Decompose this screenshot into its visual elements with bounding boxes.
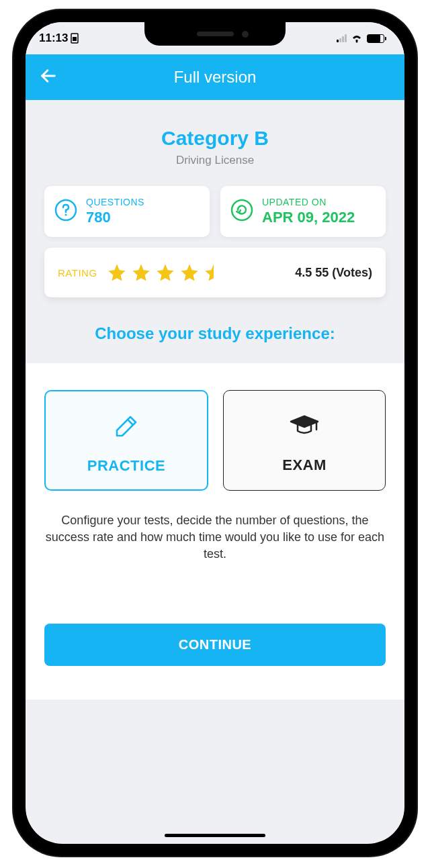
stats-row: QUESTIONS 780 UPDATED ON APR 09, 2022 (44, 186, 386, 237)
pencil-icon (110, 410, 142, 445)
svg-point-2 (356, 40, 358, 42)
star-half-icon (204, 262, 224, 283)
practice-mode-card[interactable]: PRACTICE (44, 390, 208, 491)
category-subtitle: Driving License (44, 154, 386, 167)
svg-line-8 (128, 420, 133, 425)
sim-icon (71, 33, 79, 44)
questions-value: 780 (86, 209, 144, 226)
battery-icon (367, 34, 384, 43)
time-text: 11:13 (39, 32, 68, 45)
practice-label: PRACTICE (87, 457, 165, 475)
rating-stars (107, 262, 224, 283)
mode-description: Configure your tests, decide the number … (44, 512, 386, 563)
screen: 11:13 Full version Category B Driving Li… (26, 22, 404, 844)
rating-card: RATING 4.5 55 (Votes) (44, 248, 386, 297)
mode-row: PRACTICE EXAM (44, 390, 386, 491)
star-icon (107, 262, 127, 283)
back-arrow-icon[interactable] (39, 66, 58, 88)
home-indicator[interactable] (165, 834, 265, 837)
app-header: Full version (26, 54, 404, 100)
refresh-icon (230, 198, 254, 225)
exam-label: EXAM (282, 456, 327, 474)
svg-rect-1 (73, 37, 77, 41)
star-icon (131, 262, 151, 283)
cellular-signal-icon (337, 34, 347, 42)
updated-label: UPDATED ON (262, 197, 355, 207)
star-icon (179, 262, 200, 283)
svg-point-5 (65, 214, 67, 216)
choose-heading: Choose your study experience: (44, 324, 386, 343)
status-time: 11:13 (39, 32, 79, 45)
category-title: Category B (44, 127, 386, 150)
content-bottom: PRACTICE EXAM Configure your tests, deci… (26, 363, 404, 700)
rating-text: 4.5 55 (Votes) (295, 266, 372, 280)
phone-frame: 11:13 Full version Category B Driving Li… (13, 10, 417, 856)
questions-card: QUESTIONS 780 (44, 186, 210, 237)
question-icon (54, 198, 78, 225)
continue-button[interactable]: CONTINUE (44, 624, 386, 666)
header-title: Full version (39, 68, 391, 87)
rating-label: RATING (58, 267, 97, 279)
notch (144, 22, 286, 46)
exam-mode-card[interactable]: EXAM (223, 390, 386, 491)
questions-label: QUESTIONS (86, 197, 144, 207)
status-indicators (337, 34, 384, 43)
updated-card: UPDATED ON APR 09, 2022 (220, 186, 386, 237)
svg-point-6 (232, 200, 252, 220)
star-icon (155, 262, 175, 283)
wifi-icon (351, 34, 363, 43)
content-top: Category B Driving License QUESTIONS 780 (26, 100, 404, 363)
graduation-cap-icon (288, 409, 320, 444)
updated-value: APR 09, 2022 (262, 209, 355, 226)
